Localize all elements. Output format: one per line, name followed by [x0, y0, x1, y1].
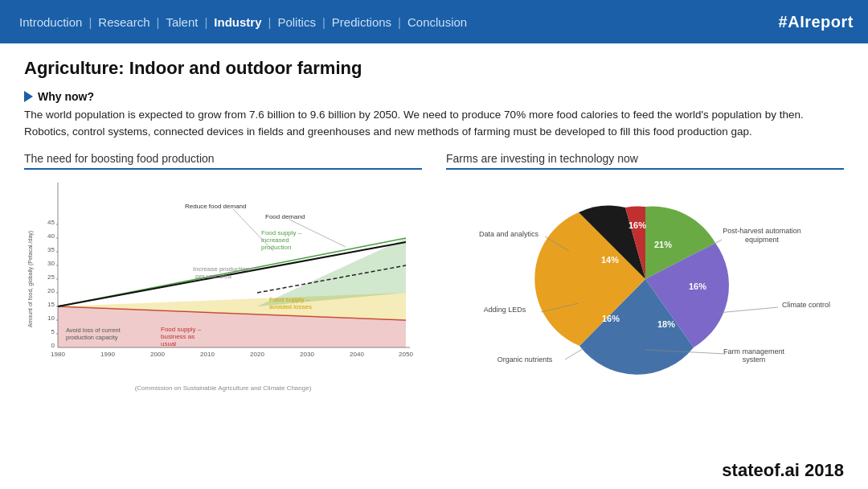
line-chart-svg: Amount of food, globally (Petacal./day) …	[24, 175, 418, 380]
svg-text:per unit area: per unit area	[195, 273, 231, 280]
svg-text:Food supply –: Food supply –	[269, 296, 310, 303]
svg-text:Organic nutrients: Organic nutrients	[497, 355, 552, 364]
line-chart-container: The need for boosting food production Am…	[24, 152, 422, 388]
svg-text:business as: business as	[161, 333, 194, 340]
svg-text:Data and analytics: Data and analytics	[478, 230, 538, 238]
svg-text:Increase production: Increase production	[193, 265, 249, 273]
nav-item-conclusion[interactable]: Conclusion	[403, 15, 472, 29]
svg-text:Food supply –: Food supply –	[161, 326, 202, 333]
svg-text:40: 40	[47, 232, 55, 240]
svg-text:system: system	[742, 355, 765, 364]
nav-item-politics[interactable]: Politics	[272, 15, 321, 29]
nav-item-research[interactable]: Research	[93, 15, 154, 29]
svg-text:1990: 1990	[100, 351, 115, 358]
charts-section: The need for boosting food production Am…	[24, 152, 844, 388]
svg-text:2040: 2040	[350, 351, 364, 358]
hashtag-label: #AIreport	[779, 13, 854, 31]
svg-text:25: 25	[47, 273, 55, 281]
svg-line-70	[565, 347, 585, 360]
svg-text:30: 30	[47, 260, 55, 267]
nav-sep-2: |	[155, 15, 162, 29]
svg-text:equipment: equipment	[744, 236, 779, 244]
svg-text:2000: 2000	[150, 351, 165, 358]
nav-links: Introduction | Research | Talent | Indus…	[14, 15, 472, 29]
nav-sep-4: |	[267, 15, 273, 29]
main-content: Agriculture: Indoor and outdoor farming …	[0, 43, 868, 396]
arrow-icon	[24, 91, 33, 102]
svg-text:35: 35	[47, 246, 55, 253]
line-chart-title: The need for boosting food production	[24, 152, 422, 170]
svg-text:21%: 21%	[653, 240, 671, 249]
pie-chart-svg: 21% 16% 18% 16% 14% 16% Data and analyti…	[461, 179, 830, 384]
pie-chart-title: Farms are investing in technology now	[446, 152, 844, 170]
svg-text:14%: 14%	[600, 255, 618, 265]
nav-sep-3: |	[203, 15, 209, 29]
svg-text:Food supply –: Food supply –	[261, 229, 302, 236]
svg-text:Reduce food demand: Reduce food demand	[185, 203, 247, 210]
why-now-section: Why now? The world population is expecte…	[24, 90, 844, 141]
nav-sep-1: |	[87, 15, 93, 29]
why-now-label: Why now?	[24, 90, 844, 103]
svg-text:2030: 2030	[300, 351, 314, 358]
footer: stateof.ai 2018	[722, 460, 844, 481]
svg-text:16%: 16%	[601, 314, 619, 323]
pie-chart: 21% 16% 18% 16% 14% 16% Data and analyti…	[446, 175, 844, 388]
svg-text:production: production	[261, 244, 291, 251]
svg-text:20: 20	[47, 287, 55, 294]
svg-text:2020: 2020	[250, 351, 264, 358]
nav-item-introduction[interactable]: Introduction	[14, 15, 87, 29]
svg-text:Climate control system: Climate control system	[782, 301, 830, 309]
svg-text:Avoid loss of current: Avoid loss of current	[66, 327, 121, 334]
svg-text:15: 15	[47, 301, 55, 308]
svg-text:18%: 18%	[657, 319, 674, 329]
svg-text:Post-harvest automation: Post-harvest automation	[723, 227, 801, 235]
nav-sep-5: |	[321, 15, 327, 29]
svg-text:16%: 16%	[628, 220, 645, 230]
nav-item-predictions[interactable]: Predictions	[327, 15, 396, 29]
svg-line-65	[718, 307, 778, 313]
nav-sep-6: |	[396, 15, 403, 29]
svg-text:production capacity: production capacity	[66, 334, 118, 341]
line-chart: Amount of food, globally (Petacal./day) …	[24, 175, 422, 384]
svg-text:45: 45	[47, 219, 55, 226]
svg-text:5: 5	[51, 328, 55, 335]
svg-text:increased: increased	[261, 236, 289, 244]
page-title: Agriculture: Indoor and outdoor farming	[24, 58, 844, 79]
svg-text:2050: 2050	[399, 351, 413, 358]
svg-text:Adding LEDs: Adding LEDs	[483, 306, 526, 314]
svg-text:usual: usual	[161, 340, 176, 347]
svg-text:16%: 16%	[688, 281, 706, 291]
commission-note: (Commission on Sustainable Agriculture a…	[24, 384, 422, 392]
svg-text:10: 10	[47, 314, 55, 322]
pie-chart-container: Farms are investing in technology now	[446, 152, 844, 388]
svg-text:1980: 1980	[51, 351, 65, 358]
svg-text:avoided losses: avoided losses	[269, 303, 312, 310]
nav-item-industry[interactable]: Industry	[209, 15, 266, 29]
svg-text:Amount of food, globally (Peta: Amount of food, globally (Petacal./day)	[27, 231, 34, 327]
nav-item-talent[interactable]: Talent	[161, 15, 203, 29]
top-navigation: Introduction | Research | Talent | Indus…	[0, 0, 868, 43]
why-now-text: The world population is expected to grow…	[24, 107, 836, 141]
svg-text:Farm management: Farm management	[723, 347, 784, 355]
svg-text:2010: 2010	[200, 351, 215, 358]
svg-text:0: 0	[51, 342, 55, 349]
svg-text:Food demand: Food demand	[265, 213, 305, 220]
